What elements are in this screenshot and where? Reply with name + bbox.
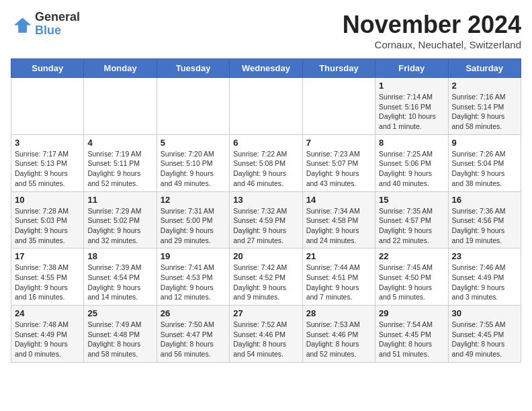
day-number: 28: [306, 308, 371, 318]
day-number: 20: [233, 251, 298, 261]
calendar-cell: 28Sunrise: 7:53 AM Sunset: 4:46 PM Dayli…: [302, 306, 375, 363]
calendar-cell: 29Sunrise: 7:54 AM Sunset: 4:45 PM Dayli…: [375, 306, 448, 363]
day-number: 18: [87, 251, 152, 261]
day-info: Sunrise: 7:41 AM Sunset: 4:53 PM Dayligh…: [161, 263, 226, 302]
calendar-cell: [157, 78, 229, 135]
calendar-cell: 3Sunrise: 7:17 AM Sunset: 5:13 PM Daylig…: [11, 134, 84, 191]
logo-icon: [11, 13, 32, 35]
day-info: Sunrise: 7:22 AM Sunset: 5:08 PM Dayligh…: [233, 149, 298, 189]
day-info: Sunrise: 7:34 AM Sunset: 4:58 PM Dayligh…: [306, 206, 371, 246]
calendar-cell: 26Sunrise: 7:50 AM Sunset: 4:47 PM Dayli…: [157, 306, 229, 363]
day-info: Sunrise: 7:26 AM Sunset: 5:04 PM Dayligh…: [452, 149, 517, 189]
calendar-cell: 12Sunrise: 7:31 AM Sunset: 5:00 PM Dayli…: [157, 191, 229, 248]
day-info: Sunrise: 7:31 AM Sunset: 5:00 PM Dayligh…: [161, 206, 226, 246]
column-header-friday: Friday: [375, 59, 448, 78]
day-info: Sunrise: 7:48 AM Sunset: 4:49 PM Dayligh…: [15, 320, 80, 359]
calendar-cell: [84, 78, 157, 135]
calendar-cell: 2Sunrise: 7:16 AM Sunset: 5:14 PM Daylig…: [448, 78, 521, 135]
calendar-cell: 20Sunrise: 7:42 AM Sunset: 4:52 PM Dayli…: [230, 248, 302, 306]
day-number: 21: [306, 251, 371, 261]
day-number: 25: [87, 308, 152, 318]
day-number: 30: [452, 308, 517, 318]
calendar-cell: 17Sunrise: 7:38 AM Sunset: 4:55 PM Dayli…: [11, 248, 84, 306]
day-number: 5: [161, 138, 226, 148]
column-header-thursday: Thursday: [302, 59, 375, 78]
calendar-cell: 16Sunrise: 7:36 AM Sunset: 4:56 PM Dayli…: [448, 191, 521, 248]
calendar-cell: [302, 78, 375, 135]
day-info: Sunrise: 7:28 AM Sunset: 5:03 PM Dayligh…: [15, 206, 80, 246]
day-number: 29: [379, 308, 444, 318]
day-number: 19: [161, 251, 226, 261]
calendar-table: SundayMondayTuesdayWednesdayThursdayFrid…: [11, 58, 521, 363]
day-number: 6: [233, 138, 298, 148]
day-info: Sunrise: 7:39 AM Sunset: 4:54 PM Dayligh…: [87, 263, 152, 302]
day-info: Sunrise: 7:19 AM Sunset: 5:11 PM Dayligh…: [87, 149, 152, 189]
calendar-cell: 5Sunrise: 7:20 AM Sunset: 5:10 PM Daylig…: [157, 134, 229, 191]
day-info: Sunrise: 7:17 AM Sunset: 5:13 PM Dayligh…: [15, 149, 80, 189]
day-info: Sunrise: 7:53 AM Sunset: 4:46 PM Dayligh…: [306, 320, 371, 359]
day-number: 3: [15, 138, 80, 148]
day-info: Sunrise: 7:45 AM Sunset: 4:50 PM Dayligh…: [379, 263, 444, 302]
calendar-cell: 13Sunrise: 7:32 AM Sunset: 4:59 PM Dayli…: [230, 191, 302, 248]
calendar-cell: 24Sunrise: 7:48 AM Sunset: 4:49 PM Dayli…: [11, 306, 84, 363]
day-number: 23: [452, 251, 517, 261]
calendar-cell: 9Sunrise: 7:26 AM Sunset: 5:04 PM Daylig…: [448, 134, 521, 191]
day-info: Sunrise: 7:29 AM Sunset: 5:02 PM Dayligh…: [87, 206, 152, 246]
calendar-cell: [11, 78, 84, 135]
day-number: 8: [379, 138, 444, 148]
logo: General Blue: [11, 11, 80, 38]
day-info: Sunrise: 7:36 AM Sunset: 4:56 PM Dayligh…: [452, 206, 517, 246]
day-number: 11: [87, 195, 152, 205]
day-info: Sunrise: 7:54 AM Sunset: 4:45 PM Dayligh…: [379, 320, 444, 359]
calendar-cell: 8Sunrise: 7:25 AM Sunset: 5:06 PM Daylig…: [375, 134, 448, 191]
day-info: Sunrise: 7:32 AM Sunset: 4:59 PM Dayligh…: [233, 206, 298, 246]
column-header-monday: Monday: [84, 59, 157, 78]
day-number: 22: [379, 251, 444, 261]
month-title: November 2024: [343, 11, 521, 39]
day-info: Sunrise: 7:25 AM Sunset: 5:06 PM Dayligh…: [379, 149, 444, 189]
day-number: 14: [306, 195, 371, 205]
column-header-wednesday: Wednesday: [230, 59, 302, 78]
calendar-cell: 19Sunrise: 7:41 AM Sunset: 4:53 PM Dayli…: [157, 248, 229, 306]
day-number: 15: [379, 195, 444, 205]
calendar-cell: 23Sunrise: 7:46 AM Sunset: 4:49 PM Dayli…: [448, 248, 521, 306]
day-info: Sunrise: 7:16 AM Sunset: 5:14 PM Dayligh…: [452, 92, 517, 132]
day-info: Sunrise: 7:52 AM Sunset: 4:46 PM Dayligh…: [233, 320, 298, 359]
calendar-cell: 14Sunrise: 7:34 AM Sunset: 4:58 PM Dayli…: [302, 191, 375, 248]
calendar-cell: [230, 78, 302, 135]
calendar-cell: 30Sunrise: 7:55 AM Sunset: 4:45 PM Dayli…: [448, 306, 521, 363]
calendar-cell: 6Sunrise: 7:22 AM Sunset: 5:08 PM Daylig…: [230, 134, 302, 191]
day-info: Sunrise: 7:14 AM Sunset: 5:16 PM Dayligh…: [379, 92, 444, 132]
calendar-cell: 11Sunrise: 7:29 AM Sunset: 5:02 PM Dayli…: [84, 191, 157, 248]
day-info: Sunrise: 7:46 AM Sunset: 4:49 PM Dayligh…: [452, 263, 517, 302]
column-header-saturday: Saturday: [448, 59, 521, 78]
calendar-cell: 15Sunrise: 7:35 AM Sunset: 4:57 PM Dayli…: [375, 191, 448, 248]
day-number: 12: [161, 195, 226, 205]
title-area: November 2024 Cornaux, Neuchatel, Switze…: [343, 11, 521, 50]
location: Cornaux, Neuchatel, Switzerland: [343, 39, 521, 50]
day-number: 9: [452, 138, 517, 148]
day-info: Sunrise: 7:35 AM Sunset: 4:57 PM Dayligh…: [379, 206, 444, 246]
calendar-cell: 27Sunrise: 7:52 AM Sunset: 4:46 PM Dayli…: [230, 306, 302, 363]
day-number: 2: [452, 81, 517, 91]
calendar-cell: 4Sunrise: 7:19 AM Sunset: 5:11 PM Daylig…: [84, 134, 157, 191]
column-header-sunday: Sunday: [11, 59, 84, 78]
day-info: Sunrise: 7:20 AM Sunset: 5:10 PM Dayligh…: [161, 149, 226, 189]
calendar-cell: 1Sunrise: 7:14 AM Sunset: 5:16 PM Daylig…: [375, 78, 448, 135]
calendar-cell: 7Sunrise: 7:23 AM Sunset: 5:07 PM Daylig…: [302, 134, 375, 191]
logo-text: General Blue: [35, 11, 80, 38]
calendar-cell: 10Sunrise: 7:28 AM Sunset: 5:03 PM Dayli…: [11, 191, 84, 248]
calendar-cell: 18Sunrise: 7:39 AM Sunset: 4:54 PM Dayli…: [84, 248, 157, 306]
calendar-cell: 21Sunrise: 7:44 AM Sunset: 4:51 PM Dayli…: [302, 248, 375, 306]
day-number: 1: [379, 81, 444, 91]
day-number: 24: [15, 308, 80, 318]
day-info: Sunrise: 7:50 AM Sunset: 4:47 PM Dayligh…: [161, 320, 226, 359]
day-number: 13: [233, 195, 298, 205]
day-info: Sunrise: 7:44 AM Sunset: 4:51 PM Dayligh…: [306, 263, 371, 302]
day-info: Sunrise: 7:49 AM Sunset: 4:48 PM Dayligh…: [87, 320, 152, 359]
day-number: 16: [452, 195, 517, 205]
day-number: 27: [233, 308, 298, 318]
day-number: 10: [15, 195, 80, 205]
day-number: 4: [87, 138, 152, 148]
day-number: 26: [161, 308, 226, 318]
